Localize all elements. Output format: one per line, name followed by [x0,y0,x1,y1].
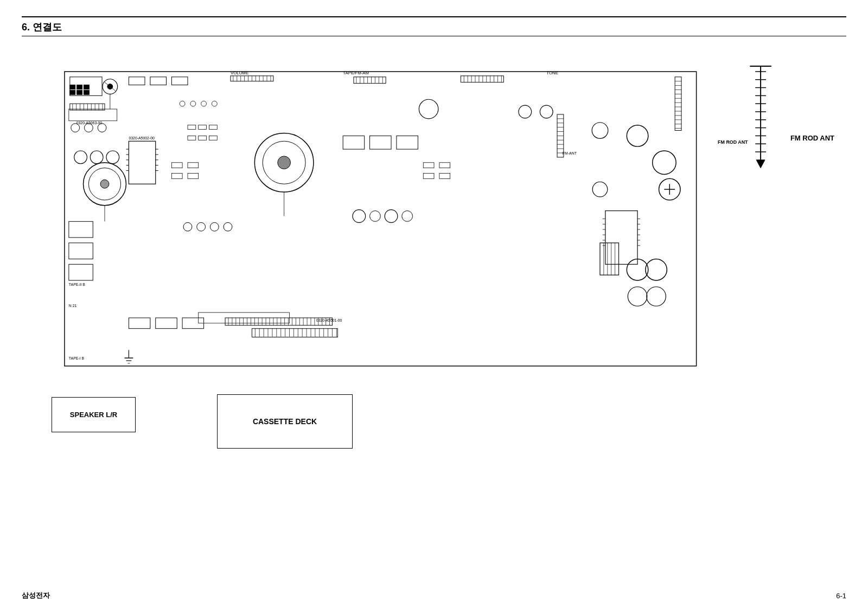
svg-rect-166 [675,77,681,131]
svg-point-42 [90,151,103,164]
svg-point-196 [647,287,666,306]
svg-rect-108 [129,318,150,329]
svg-rect-215 [423,173,434,178]
footer-page-number: 6-1 [836,592,846,600]
svg-text:VOLUME: VOLUME [231,71,248,75]
svg-rect-221 [252,329,337,337]
svg-point-192 [402,211,413,222]
svg-rect-15 [70,85,75,89]
top-border [22,16,846,17]
circuit-diagram: 0320-A5063-00 VOLUME TAPE/FM-AM TONE FM-… [22,47,846,439]
svg-text:TAPE-II B: TAPE-II B [69,283,86,286]
svg-point-75 [278,156,291,169]
svg-rect-46 [69,264,93,280]
svg-rect-77 [354,77,386,84]
svg-rect-212 [188,173,199,178]
svg-rect-87 [461,76,503,82]
bottom-border [22,36,846,36]
svg-rect-143 [188,136,196,140]
svg-point-99 [519,105,532,118]
svg-rect-17 [84,85,89,89]
svg-rect-142 [209,125,217,130]
svg-rect-216 [439,173,450,178]
svg-rect-214 [439,163,450,168]
svg-rect-141 [199,125,207,130]
svg-rect-145 [209,136,217,140]
svg-point-104 [592,182,608,197]
svg-text:TAPE-I B: TAPE-I B [69,356,85,360]
svg-point-218 [190,101,196,106]
section-title: 6. 연결도 [22,21,62,34]
svg-point-195 [628,287,647,306]
svg-text:TAPE/FM-AM: TAPE/FM-AM [343,71,369,75]
svg-rect-165 [397,136,418,149]
page-container: 6. 연결도 FM ROD ANT [0,0,868,614]
svg-rect-16 [77,85,82,89]
svg-rect-50 [129,141,155,184]
svg-text:0320-A5501-00: 0320-A5501-00 [316,318,342,322]
svg-rect-213 [423,163,434,168]
svg-line-23 [105,82,116,91]
svg-rect-209 [171,163,182,168]
speaker-label: SPEAKER L/R [52,397,136,432]
svg-point-190 [370,211,381,222]
svg-text:0320-A5002-00: 0320-A5002-00 [129,136,155,140]
svg-text:TONE: TONE [546,71,558,75]
svg-rect-150 [605,211,637,265]
svg-point-36 [84,124,93,132]
svg-rect-18 [70,90,75,94]
svg-point-102 [627,125,648,146]
svg-point-148 [210,222,219,231]
svg-point-149 [224,222,232,231]
svg-point-189 [353,210,366,223]
svg-point-217 [180,101,185,106]
svg-rect-44 [69,221,93,238]
svg-rect-210 [188,163,199,168]
svg-point-103 [653,151,676,174]
svg-point-219 [201,101,207,106]
svg-rect-19 [77,90,82,94]
svg-marker-13 [756,160,765,168]
cassette-deck-label: CASSETTE DECK [217,394,353,449]
svg-rect-45 [69,243,93,259]
svg-point-101 [592,123,608,139]
svg-rect-163 [343,136,364,149]
svg-point-43 [106,151,119,164]
svg-text:0320-A5063-00: 0320-A5063-00 [76,121,103,125]
svg-rect-49 [171,77,188,85]
svg-rect-140 [188,125,196,130]
svg-rect-47 [129,77,145,85]
svg-rect-144 [199,136,207,140]
svg-point-40 [100,180,109,188]
svg-point-86 [419,99,438,119]
section-header: 6. 연결도 [22,21,846,34]
svg-rect-164 [370,136,391,149]
svg-point-146 [183,222,192,231]
svg-rect-34 [69,109,117,121]
svg-point-41 [74,151,87,164]
svg-point-100 [540,105,553,118]
svg-point-220 [212,101,217,106]
svg-text:FM-ANT: FM-ANT [563,151,577,155]
footer-company: 삼성전자 [22,591,50,600]
svg-point-191 [385,210,398,223]
svg-rect-211 [171,173,182,178]
svg-rect-197 [600,243,619,275]
diagram-area: FM ROD ANT [22,47,846,492]
svg-point-147 [197,222,206,231]
svg-rect-109 [156,318,177,329]
svg-text:FM ROD ANT: FM ROD ANT [718,139,748,145]
footer: 삼성전자 6-1 [22,591,846,600]
svg-point-194 [646,259,667,280]
svg-rect-20 [84,90,89,94]
svg-point-35 [71,124,80,132]
svg-text:N 21: N 21 [69,304,77,308]
svg-point-37 [98,124,106,132]
svg-rect-48 [150,77,167,85]
